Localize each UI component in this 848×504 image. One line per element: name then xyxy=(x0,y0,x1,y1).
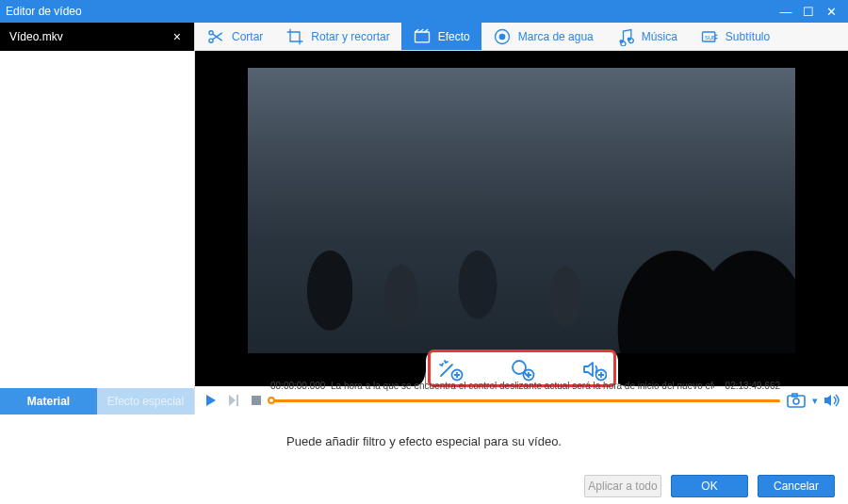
snapshot-arrow-icon: ▾ xyxy=(812,395,818,407)
titlebar: Editor de vídeo — ☐ ✕ xyxy=(0,0,848,23)
track-handle[interactable] xyxy=(268,397,275,404)
svg-point-16 xyxy=(793,398,799,404)
svg-point-1 xyxy=(209,39,213,42)
tool-effect-label: Efecto xyxy=(438,30,470,43)
scissors-icon xyxy=(206,27,225,46)
timeline-hint: La hora a la que se encuentra el control… xyxy=(329,381,714,391)
sidebar: Vídeo.mkv × Material Efecto especial xyxy=(0,23,195,415)
preview-area xyxy=(195,51,848,386)
tab-material[interactable]: Material xyxy=(0,388,97,415)
sidebar-tabs: Material Efecto especial xyxy=(0,388,194,415)
svg-point-4 xyxy=(498,33,505,40)
hint-text: Puede añadir filtro y efecto especial pa… xyxy=(0,415,848,468)
tool-effect[interactable]: Efecto xyxy=(401,23,481,50)
content: Cortar Rotar y recortar Efecto Marca de … xyxy=(195,23,848,415)
tool-watermark-label: Marca de agua xyxy=(518,30,594,43)
svg-point-0 xyxy=(209,30,213,34)
button-row: Aplicar a todo OK Cancelar xyxy=(0,468,848,504)
add-filter-button[interactable] xyxy=(435,355,465,383)
sidebar-empty xyxy=(0,51,194,388)
tool-watermark[interactable]: Marca de agua xyxy=(481,23,605,50)
track-bar xyxy=(270,399,780,402)
cancel-button[interactable]: Cancelar xyxy=(758,475,835,497)
tool-music[interactable]: Música xyxy=(605,23,689,50)
apply-all-button[interactable]: Aplicar a todo xyxy=(584,475,661,497)
svg-rect-2 xyxy=(415,32,429,42)
music-icon xyxy=(616,27,635,46)
timeline-track[interactable]: 00:00:00.000 La hora a la que se encuent… xyxy=(270,394,780,407)
svg-point-6 xyxy=(627,37,630,41)
add-volume-effect-button[interactable] xyxy=(579,355,609,383)
tool-subtitle-label: Subtítulo xyxy=(726,30,770,43)
svg-rect-13 xyxy=(236,395,238,406)
step-button[interactable] xyxy=(225,392,242,409)
tool-cut-label: Cortar xyxy=(232,30,263,43)
svg-rect-14 xyxy=(252,396,261,405)
ok-button[interactable]: OK xyxy=(671,475,748,497)
crop-icon xyxy=(285,27,304,46)
footer: Puede añadir filtro y efecto especial pa… xyxy=(0,415,848,504)
maximize-button[interactable]: ☐ xyxy=(797,5,820,19)
toolbar: Cortar Rotar y recortar Efecto Marca de … xyxy=(195,23,848,51)
watermark-icon xyxy=(493,27,512,46)
window-title: Editor de vídeo xyxy=(6,5,775,18)
file-name: Vídeo.mkv xyxy=(9,30,170,43)
svg-text:SUB: SUB xyxy=(705,34,716,40)
snapshot-button[interactable] xyxy=(786,392,807,409)
effect-icon xyxy=(413,27,432,46)
time-end: 02:13:49.662 xyxy=(714,381,780,391)
close-window-button[interactable]: ✕ xyxy=(820,5,842,19)
time-start: 00:00:00.000 xyxy=(270,381,329,391)
tool-rotate-crop-label: Rotar y recortar xyxy=(311,30,389,43)
volume-button[interactable] xyxy=(824,392,840,409)
tool-subtitle[interactable]: SUB Subtítulo xyxy=(689,23,781,50)
tool-cut[interactable]: Cortar xyxy=(195,23,274,50)
file-tab[interactable]: Vídeo.mkv × xyxy=(0,23,194,51)
add-zoom-effect-button[interactable] xyxy=(507,355,537,383)
tool-rotate-crop[interactable]: Rotar y recortar xyxy=(274,23,400,50)
subtitle-icon: SUB xyxy=(700,27,719,46)
play-button[interactable] xyxy=(203,392,220,409)
file-close-button[interactable]: × xyxy=(170,29,185,44)
tool-music-label: Música xyxy=(642,30,677,43)
tab-special-effect[interactable]: Efecto especial xyxy=(97,388,194,415)
svg-point-5 xyxy=(619,39,623,42)
timeline: 00:00:00.000 La hora a la que se encuent… xyxy=(195,386,848,415)
video-preview[interactable] xyxy=(248,68,795,353)
minimize-button[interactable]: — xyxy=(775,5,797,19)
stop-button[interactable] xyxy=(248,392,265,409)
